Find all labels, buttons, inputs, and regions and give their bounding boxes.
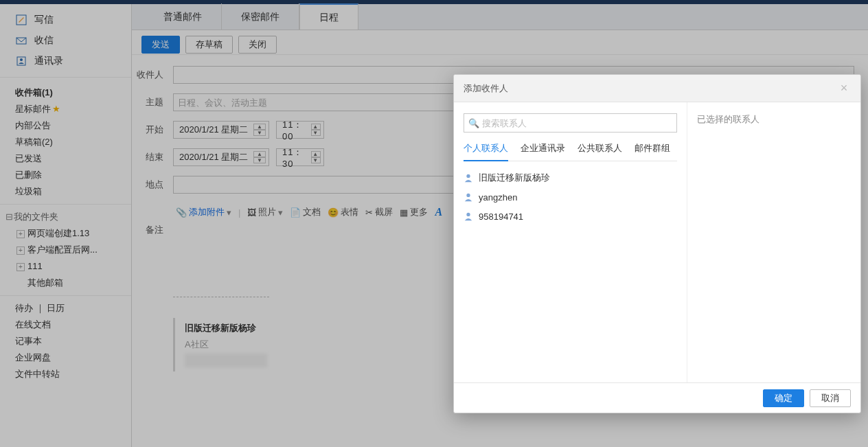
- dialog-ok-button[interactable]: 确定: [763, 389, 804, 407]
- svg-point-6: [466, 213, 470, 216]
- svg-point-4: [466, 174, 470, 178]
- dialog-tab-groups[interactable]: 邮件群组: [635, 142, 670, 161]
- search-icon: 🔍: [468, 118, 479, 128]
- person-icon: [464, 211, 473, 221]
- person-icon: [464, 192, 473, 202]
- dialog-cancel-button[interactable]: 取消: [810, 389, 851, 407]
- dialog-tab-corp[interactable]: 企业通讯录: [521, 142, 565, 161]
- contact-search-input[interactable]: [482, 118, 672, 128]
- contact-search-box[interactable]: 🔍: [464, 113, 677, 133]
- svg-point-5: [466, 194, 470, 197]
- person-icon: [464, 173, 473, 183]
- dialog-title: 添加收件人: [464, 82, 508, 95]
- dialog-close-button[interactable]: ×: [837, 82, 851, 95]
- contact-item[interactable]: 旧版迁移新版杨珍: [464, 168, 677, 187]
- selected-header: 已选择的联系人: [697, 113, 851, 126]
- contact-item[interactable]: yangzhen: [464, 187, 677, 207]
- dialog-tab-public[interactable]: 公共联系人: [578, 142, 622, 161]
- dialog-tab-personal[interactable]: 个人联系人: [464, 142, 508, 161]
- add-recipient-dialog: 添加收件人 × 🔍 个人联系人 企业通讯录 公共联系人 邮件群组 旧版迁移新版杨…: [453, 74, 861, 413]
- contact-item[interactable]: 958194741: [464, 207, 677, 226]
